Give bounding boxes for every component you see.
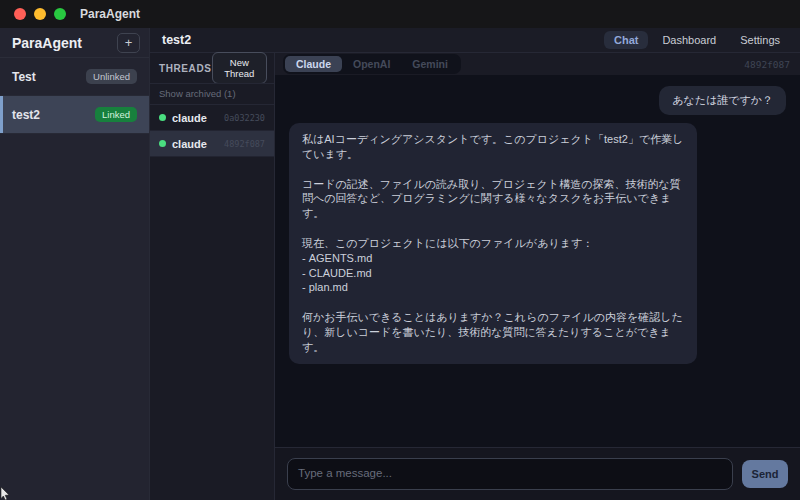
assistant-message: 私はAIコーディングアシスタントです。このプロジェクト「test2」で作業してい… [289,123,697,364]
tab-dashboard[interactable]: Dashboard [652,31,726,49]
page-title: test2 [162,33,604,47]
model-tabs-row: Claude OpenAI Gemini 4892f087 [275,53,800,75]
active-thread-id: 4892f087 [744,59,790,70]
thread-name: claude [172,112,207,124]
model-tab-gemini[interactable]: Gemini [401,56,459,72]
threads-panel: THREADS New Thread Show archived (1) cla… [150,53,275,500]
titlebar: ParaAgent [0,0,800,28]
thread-item-selected[interactable]: claude 4892f087 [150,131,274,157]
traffic-lights [14,8,66,20]
zoom-button[interactable] [54,8,66,20]
message-input-bar: Send [275,447,800,500]
show-archived-link[interactable]: Show archived (1) [150,83,274,105]
thread-name: claude [172,138,207,150]
tab-settings[interactable]: Settings [730,31,790,49]
project-list: Test Unlinked test2 Linked [0,58,149,134]
project-item-test2[interactable]: test2 Linked [0,96,149,134]
tab-chat[interactable]: Chat [604,31,648,49]
mouse-cursor-icon [0,487,10,500]
thread-item[interactable]: claude 0a032230 [150,105,274,131]
linked-badge: Linked [95,107,137,122]
thread-status-dot-icon [159,114,166,121]
main-area: test2 Chat Dashboard Settings THREADS Ne… [150,28,800,500]
message-list: あなたは誰ですか？ 私はAIコーディングアシスタントです。このプロジェクト「te… [275,75,800,447]
app-window: ParaAgent ParaAgent + Test Unlinked test… [0,0,800,500]
new-thread-button[interactable]: New Thread [212,52,267,84]
main-header: test2 Chat Dashboard Settings [150,28,800,53]
project-sidebar: ParaAgent + Test Unlinked test2 Linked [0,28,150,500]
user-message: あなたは誰ですか？ [659,86,786,115]
thread-id: 0a032230 [224,113,265,123]
message-input[interactable] [287,458,733,490]
project-item-test[interactable]: Test Unlinked [0,58,149,96]
unlinked-badge: Unlinked [86,69,137,84]
close-button[interactable] [14,8,26,20]
thread-id: 4892f087 [224,139,265,149]
top-nav: Chat Dashboard Settings [604,31,790,49]
minimize-button[interactable] [34,8,46,20]
threads-header: THREADS New Thread [150,53,274,83]
sidebar-header: ParaAgent + [0,28,149,58]
app-title: ParaAgent [12,35,82,51]
model-tab-openai[interactable]: OpenAI [342,56,401,72]
model-tab-claude[interactable]: Claude [285,56,342,72]
window-title: ParaAgent [80,7,140,21]
thread-status-dot-icon [159,140,166,147]
model-tabs: Claude OpenAI Gemini [283,54,461,74]
threads-heading: THREADS [159,63,212,74]
chat-panel: Claude OpenAI Gemini 4892f087 あなたは誰ですか？ … [275,53,800,500]
project-name: Test [12,70,36,84]
add-project-button[interactable]: + [117,33,140,53]
send-button[interactable]: Send [742,460,788,488]
project-name: test2 [12,108,40,122]
